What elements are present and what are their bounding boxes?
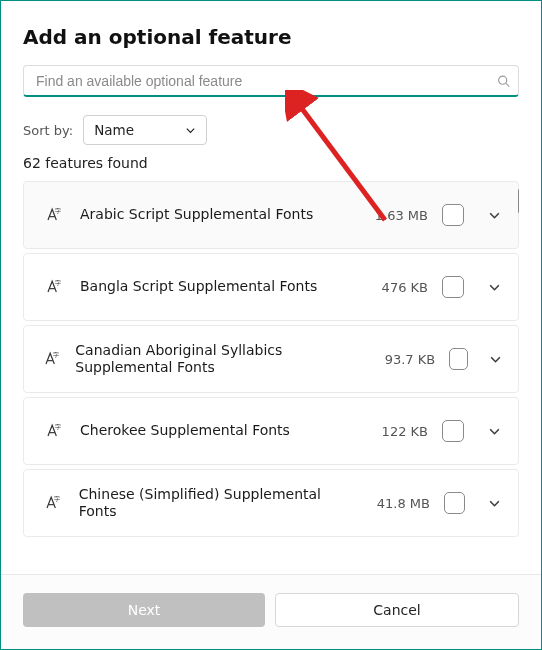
expand-button[interactable]	[488, 353, 504, 366]
sort-select[interactable]: Name	[83, 115, 207, 145]
feature-row[interactable]: 字 Canadian Aboriginal Syllabics Suppleme…	[23, 325, 519, 393]
svg-text:字: 字	[55, 207, 61, 214]
svg-text:字: 字	[54, 495, 60, 502]
expand-button[interactable]	[485, 497, 504, 510]
search-input[interactable]	[34, 72, 490, 90]
feature-size: 476 KB	[362, 280, 428, 295]
feature-row[interactable]: 字 Bangla Script Supplemental Fonts 476 K…	[23, 253, 519, 321]
svg-line-1	[506, 83, 509, 86]
cancel-button-label: Cancel	[373, 602, 420, 618]
font-icon: 字	[40, 205, 66, 225]
font-icon: 字	[40, 493, 65, 513]
font-icon: 字	[40, 421, 66, 441]
sort-row: Sort by: Name	[23, 115, 519, 145]
search-box[interactable]	[23, 65, 519, 97]
results-count: 62 features found	[23, 155, 519, 171]
svg-text:字: 字	[52, 351, 58, 358]
feature-size: 122 KB	[362, 424, 428, 439]
dialog-footer: Next Cancel	[1, 574, 541, 649]
sort-by-label: Sort by:	[23, 123, 73, 138]
feature-name: Cherokee Supplemental Fonts	[80, 422, 348, 440]
feature-checkbox[interactable]	[449, 348, 467, 370]
expand-button[interactable]	[484, 281, 504, 294]
search-icon	[497, 74, 510, 87]
svg-text:字: 字	[55, 279, 61, 286]
feature-row[interactable]: 字 Cherokee Supplemental Fonts 122 KB	[23, 397, 519, 465]
sort-select-value: Name	[94, 122, 134, 138]
feature-name: Canadian Aboriginal Syllabics Supplement…	[75, 342, 367, 377]
expand-button[interactable]	[484, 209, 504, 222]
next-button[interactable]: Next	[23, 593, 265, 627]
feature-name: Bangla Script Supplemental Fonts	[80, 278, 348, 296]
svg-text:字: 字	[55, 423, 61, 430]
dialog-window: Add an optional feature Sort by: Name 62…	[0, 0, 542, 650]
chevron-down-icon	[185, 125, 196, 136]
feature-checkbox[interactable]	[442, 276, 464, 298]
font-icon: 字	[40, 349, 61, 369]
feature-size: 1.63 MB	[362, 208, 428, 223]
expand-button[interactable]	[484, 425, 504, 438]
dialog-content: Add an optional feature Sort by: Name 62…	[1, 1, 541, 574]
feature-name: Chinese (Simplified) Supplemental Fonts	[79, 486, 354, 521]
font-icon: 字	[40, 277, 66, 297]
feature-list-inner: 字 Arabic Script Supplemental Fonts 1.63 …	[23, 181, 519, 537]
feature-row[interactable]: 字 Chinese (Simplified) Supplemental Font…	[23, 469, 519, 537]
feature-name: Arabic Script Supplemental Fonts	[80, 206, 348, 224]
feature-list: 字 Arabic Script Supplemental Fonts 1.63 …	[23, 181, 519, 574]
feature-checkbox[interactable]	[444, 492, 465, 514]
next-button-label: Next	[128, 602, 161, 618]
cancel-button[interactable]: Cancel	[275, 593, 519, 627]
svg-point-0	[499, 76, 507, 84]
page-title: Add an optional feature	[23, 25, 519, 49]
feature-size: 41.8 MB	[367, 496, 430, 511]
scrollbar-thumb[interactable]	[518, 189, 519, 213]
feature-row[interactable]: 字 Arabic Script Supplemental Fonts 1.63 …	[23, 181, 519, 249]
feature-size: 93.7 KB	[381, 352, 435, 367]
feature-checkbox[interactable]	[442, 204, 464, 226]
feature-checkbox[interactable]	[442, 420, 464, 442]
